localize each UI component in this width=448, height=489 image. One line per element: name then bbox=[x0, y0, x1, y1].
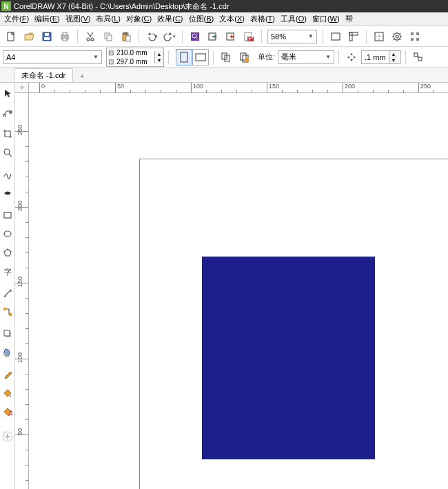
separator bbox=[213, 50, 214, 64]
duplicate-distance-button[interactable] bbox=[410, 49, 427, 66]
rectangle-shape[interactable] bbox=[202, 257, 375, 459]
unit-value[interactable] bbox=[281, 53, 316, 61]
horizontal-ruler[interactable] bbox=[29, 83, 448, 93]
svg-rect-49 bbox=[4, 330, 10, 336]
zoom-value-input[interactable] bbox=[271, 32, 298, 41]
print-button[interactable] bbox=[57, 28, 73, 45]
document-tab[interactable]: 未命名 -1.cdr bbox=[14, 68, 73, 82]
menu-item[interactable]: 对象(C) bbox=[126, 14, 152, 24]
interactive-fill-tool[interactable] bbox=[1, 385, 14, 401]
landscape-button[interactable] bbox=[192, 49, 209, 66]
menu-item[interactable]: 编辑(E) bbox=[34, 14, 60, 24]
titlebar: N CorelDRAW X7 (64-Bit) - C:\Users\Admin… bbox=[0, 0, 448, 12]
svg-rect-10 bbox=[107, 35, 112, 41]
quick-customize-button[interactable] bbox=[1, 428, 14, 445]
menu-item[interactable]: 视图(V) bbox=[65, 14, 91, 24]
cut-button[interactable] bbox=[82, 28, 99, 45]
options-button[interactable] bbox=[389, 28, 405, 45]
svg-rect-2 bbox=[45, 33, 49, 36]
ellipse-tool[interactable] bbox=[1, 226, 14, 242]
menu-item[interactable]: 帮 bbox=[345, 14, 353, 24]
new-doc-button[interactable] bbox=[3, 28, 19, 45]
color-eyedropper-tool[interactable] bbox=[1, 366, 14, 383]
canvas[interactable] bbox=[29, 93, 448, 489]
document-tab-label: 未命名 -1.cdr bbox=[21, 70, 65, 81]
menu-item[interactable]: 效果(C) bbox=[157, 14, 183, 24]
search-content-button[interactable] bbox=[187, 28, 203, 45]
drop-shadow-tool[interactable] bbox=[1, 326, 14, 342]
parallel-dimension-tool[interactable] bbox=[1, 285, 14, 301]
pick-tool[interactable] bbox=[1, 85, 14, 101]
ruler-tick bbox=[115, 83, 116, 93]
add-tab-button[interactable]: + bbox=[76, 70, 88, 82]
ruler-origin-icon[interactable]: ✧ bbox=[15, 83, 29, 93]
menu-item[interactable]: 工具(O) bbox=[281, 14, 307, 24]
svg-rect-29 bbox=[411, 38, 414, 41]
text-tool[interactable]: 字 bbox=[1, 263, 14, 279]
page-dimensions-group: ⊟ ⊡ ▲▼ bbox=[106, 48, 164, 67]
freehand-tool[interactable] bbox=[1, 166, 14, 183]
rectangle-tool[interactable] bbox=[1, 207, 14, 223]
unit-select[interactable]: ▼ bbox=[278, 50, 334, 64]
nudge-distance-input[interactable]: ▲▼ bbox=[361, 50, 401, 64]
full-screen-button[interactable] bbox=[327, 28, 344, 45]
chevron-down-icon: ▼ bbox=[325, 54, 331, 60]
transparency-tool[interactable] bbox=[1, 344, 14, 361]
smart-fill-tool[interactable]: A bbox=[1, 403, 14, 420]
connector-tool[interactable] bbox=[1, 303, 14, 320]
window-title: CorelDRAW X7 (64-Bit) - C:\Users\Admin\D… bbox=[14, 1, 230, 12]
menu-item[interactable]: 文本(X) bbox=[219, 14, 245, 24]
current-page-button[interactable] bbox=[236, 49, 252, 66]
show-rulers-button[interactable] bbox=[345, 28, 362, 45]
svg-point-42 bbox=[4, 149, 10, 154]
copy-button[interactable] bbox=[100, 28, 116, 45]
import-button[interactable] bbox=[205, 28, 221, 45]
portrait-button[interactable] bbox=[176, 49, 192, 66]
redo-button[interactable]: ▾ bbox=[161, 28, 178, 45]
width-icon: ⊟ bbox=[107, 49, 115, 57]
publish-pdf-button[interactable]: PDF bbox=[241, 28, 257, 45]
menu-item[interactable]: 布局(L) bbox=[96, 14, 120, 24]
page-height-input[interactable] bbox=[116, 57, 154, 66]
export-button[interactable] bbox=[223, 28, 239, 45]
menubar: 文件(F)编辑(E)视图(V)布局(L)对象(C)效果(C)位图(B)文本(X)… bbox=[0, 12, 448, 26]
ruler-tick: 200 bbox=[15, 207, 29, 208]
menu-item[interactable]: 窗口(W) bbox=[312, 14, 340, 24]
orientation-group bbox=[176, 49, 209, 66]
menu-item[interactable]: 表格(T) bbox=[250, 14, 275, 24]
paste-button[interactable] bbox=[118, 28, 134, 45]
undo-button[interactable]: ▾ bbox=[143, 28, 160, 45]
svg-rect-17 bbox=[227, 33, 234, 40]
svg-rect-21 bbox=[332, 33, 340, 40]
vertical-ruler[interactable]: 25020015010050 bbox=[15, 93, 29, 489]
polygon-tool[interactable] bbox=[1, 244, 14, 261]
app-launcher-button[interactable] bbox=[407, 28, 423, 45]
page-width-input[interactable] bbox=[116, 48, 154, 57]
all-pages-button[interactable] bbox=[218, 49, 234, 66]
menu-item[interactable]: 文件(F) bbox=[4, 14, 29, 24]
nudge-icon bbox=[346, 52, 357, 62]
save-button[interactable] bbox=[39, 28, 55, 45]
zoom-tool[interactable] bbox=[1, 144, 14, 161]
ruler-tick bbox=[267, 83, 267, 93]
svg-point-44 bbox=[4, 231, 11, 237]
separator bbox=[182, 30, 183, 43]
shape-tool[interactable] bbox=[1, 103, 14, 120]
toolbox: 字 A bbox=[0, 83, 15, 489]
work-area: 字 A ✧ 25020015010050 bbox=[0, 83, 448, 489]
nudge-value[interactable] bbox=[365, 53, 388, 61]
open-button[interactable] bbox=[21, 28, 37, 45]
svg-rect-27 bbox=[411, 32, 414, 35]
svg-rect-14 bbox=[191, 32, 199, 41]
artistic-media-tool[interactable] bbox=[1, 185, 14, 201]
separator bbox=[77, 30, 78, 43]
snap-button[interactable] bbox=[371, 28, 387, 45]
zoom-level-select[interactable]: ▼ bbox=[267, 30, 317, 43]
dim-spinner[interactable]: ▲▼ bbox=[154, 51, 163, 63]
crop-tool[interactable] bbox=[1, 126, 14, 142]
chevron-down-icon: ▼ bbox=[93, 54, 99, 60]
page-size-select[interactable]: ▼ bbox=[3, 50, 102, 64]
menu-item[interactable]: 位图(B) bbox=[189, 14, 214, 24]
height-icon: ⊡ bbox=[107, 58, 115, 66]
page-size-value[interactable] bbox=[6, 53, 75, 61]
